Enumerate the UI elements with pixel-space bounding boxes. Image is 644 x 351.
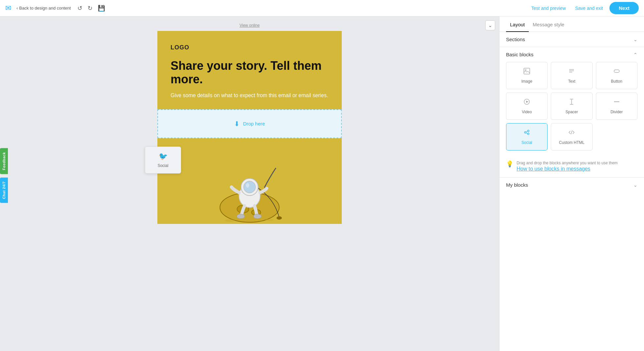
svg-point-8 — [237, 214, 245, 219]
svg-rect-12 — [524, 68, 530, 74]
floating-social-block[interactable]: 🐦 Social — [145, 147, 181, 174]
svg-point-11 — [265, 219, 273, 221]
svg-point-3 — [277, 216, 282, 220]
block-text[interactable]: Text — [551, 62, 592, 89]
tab-layout[interactable]: Layout — [506, 16, 529, 32]
image-block-icon — [523, 68, 530, 76]
email-preview: LOGO Share your story. Tell them more. G… — [157, 31, 342, 224]
drop-icon: ⬇ — [234, 120, 240, 128]
block-social[interactable]: Social — [506, 123, 548, 150]
canvas-area: ⌄ View online LOGO Share your story. Tel… — [0, 16, 499, 351]
basic-blocks-chevron-icon: ⌃ — [633, 52, 637, 57]
drop-zone[interactable]: ⬇ Drop here — [157, 109, 342, 138]
my-blocks-row[interactable]: My blocks ⌄ — [499, 177, 644, 192]
email-subtext: Give some details on what to expect from… — [171, 92, 329, 99]
topbar-left: ✉ ‹ Back to design and content ↺ ↻ 💾 — [5, 3, 106, 13]
text-block-icon — [568, 68, 575, 76]
svg-marker-19 — [526, 101, 528, 103]
svg-point-9 — [254, 214, 261, 219]
block-video[interactable]: Video — [506, 93, 548, 120]
svg-line-26 — [571, 130, 572, 134]
block-divider[interactable]: Divider — [596, 93, 637, 120]
tab-message-style[interactable]: Message style — [529, 16, 568, 32]
divider-block-icon — [613, 98, 620, 107]
basic-blocks-label: Basic blocks — [506, 52, 533, 57]
panel-tabs: Layout Message style — [499, 16, 644, 32]
back-label: Back to design and content — [19, 6, 71, 11]
sections-chevron-icon: ⌄ — [633, 37, 637, 42]
app-logo-icon: ✉ — [5, 4, 11, 13]
collapse-button[interactable]: ⌄ — [485, 20, 495, 30]
social-float-icon: 🐦 — [159, 152, 168, 161]
view-online-link[interactable]: View online — [239, 23, 259, 28]
topbar-right: Test and preview Save and exit Next — [529, 2, 639, 14]
video-block-icon — [523, 98, 530, 107]
topbar: ✉ ‹ Back to design and content ↺ ↻ 💾 Tes… — [0, 0, 644, 16]
topbar-actions: ↺ ↻ 💾 — [76, 3, 106, 13]
spacer-block-icon — [568, 98, 575, 107]
svg-rect-17 — [614, 70, 619, 72]
svg-point-6 — [244, 181, 255, 193]
back-link[interactable]: ‹ Back to design and content — [16, 6, 71, 11]
main-layout: ⌄ View online LOGO Share your story. Tel… — [0, 16, 644, 351]
social-float-label: Social — [158, 163, 169, 168]
block-spacer[interactable]: Spacer — [551, 93, 592, 120]
my-blocks-label: My blocks — [506, 182, 528, 188]
svg-point-7 — [246, 183, 249, 188]
block-image[interactable]: Image — [506, 62, 548, 89]
custom-html-block-icon — [568, 129, 575, 138]
social-block-label: Social — [522, 140, 532, 145]
email-hero-section: LOGO Share your story. Tell them more. G… — [157, 31, 342, 109]
sections-label: Sections — [506, 37, 525, 42]
my-blocks-chevron-icon: ⌄ — [633, 182, 637, 188]
side-tabs: Feedback Chat 24/7 — [0, 148, 8, 203]
right-panel: Layout Message style Sections ⌄ Basic bl… — [499, 16, 644, 351]
save-exit-button[interactable]: Save and exit — [573, 4, 606, 12]
email-headline: Share your story. Tell them more. — [171, 59, 329, 86]
email-logo: LOGO — [171, 44, 329, 51]
drag-hint: 💡 Drag and drop the blocks anywhere you … — [499, 156, 644, 177]
lightbulb-icon: 💡 — [506, 160, 513, 168]
button-block-label: Button — [611, 79, 622, 84]
text-block-label: Text — [568, 79, 575, 84]
sections-row[interactable]: Sections ⌄ — [499, 32, 644, 47]
custom-html-block-label: Custom HTML — [559, 140, 584, 145]
basic-blocks-header: Basic blocks ⌃ — [499, 47, 644, 61]
feedback-tab[interactable]: Feedback — [0, 148, 8, 174]
drag-hint-content: Drag and drop the blocks anywhere you wa… — [517, 160, 618, 172]
spacer-block-label: Spacer — [565, 110, 578, 114]
test-preview-button[interactable]: Test and preview — [529, 4, 569, 12]
drag-hint-text: Drag and drop the blocks anywhere you wa… — [517, 161, 618, 165]
next-button[interactable]: Next — [609, 2, 639, 14]
chat-tab[interactable]: Chat 24/7 — [0, 177, 8, 203]
button-block-icon — [613, 68, 620, 76]
drop-zone-label: Drop here — [243, 121, 265, 126]
social-block-icon — [523, 129, 530, 138]
save-icon-button[interactable]: 💾 — [96, 3, 106, 13]
redo-button[interactable]: ↻ — [86, 3, 94, 13]
svg-point-10 — [225, 219, 235, 222]
undo-button[interactable]: ↺ — [76, 3, 84, 13]
blocks-grid: Image Text Button — [499, 61, 644, 156]
how-to-use-link[interactable]: How to use blocks in messages — [517, 166, 590, 172]
video-block-label: Video — [522, 110, 532, 114]
divider-block-label: Divider — [610, 110, 623, 114]
block-button[interactable]: Button — [596, 62, 637, 89]
email-astro-section — [157, 138, 342, 224]
back-chevron-icon: ‹ — [16, 6, 18, 11]
astronaut-illustration — [200, 138, 299, 224]
svg-point-13 — [525, 69, 526, 71]
block-custom-html[interactable]: Custom HTML — [551, 123, 592, 150]
image-block-label: Image — [521, 79, 532, 84]
